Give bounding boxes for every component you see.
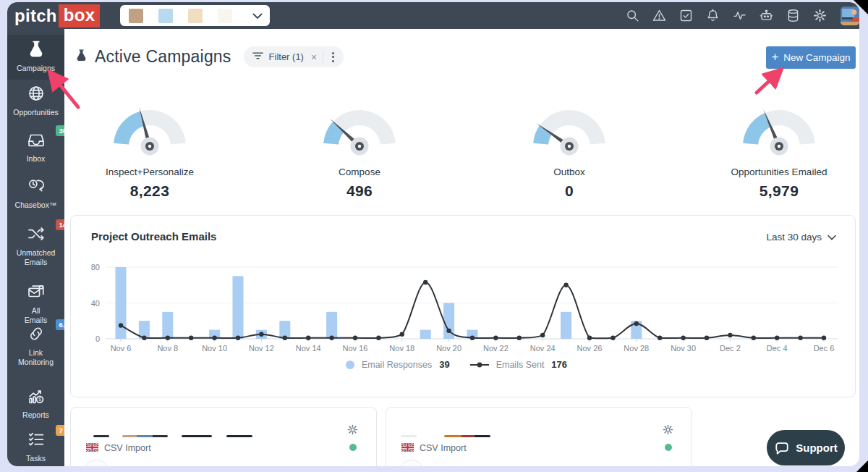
svg-text:0: 0 <box>95 334 100 343</box>
legend-label: Email Responses <box>362 360 432 370</box>
redacted-text <box>182 435 212 437</box>
sidebar-item-campaigns[interactable]: Campaigns <box>7 35 64 80</box>
logo-part-pitch: pitch <box>14 6 57 26</box>
outreach-chart-card: Project Outreach Emails Last 30 days 040… <box>70 215 856 397</box>
page-header: Active Campaigns Filter (1) × <box>75 46 344 67</box>
gauge-label: Opportunities Emailed <box>692 167 859 177</box>
gauge-inspect-personalize: Inspect+Personalize 8,223 <box>64 101 237 200</box>
chevron-down-icon <box>252 9 263 22</box>
automation-icon[interactable] <box>758 8 774 24</box>
gauge-value: 496 <box>273 182 446 200</box>
sidebar-item-label: LinkMonitoring <box>7 348 64 367</box>
screenshot-corner-artifact <box>856 460 868 472</box>
settings-icon[interactable] <box>812 8 827 24</box>
status-dot <box>665 444 672 451</box>
campaign-source-row: CSV Import <box>401 442 467 455</box>
notifications-icon[interactable] <box>705 8 720 24</box>
more-options-kebab-icon[interactable] <box>326 48 341 67</box>
gauge-compose: Compose 496 <box>273 101 446 200</box>
svg-text:40: 40 <box>91 299 100 308</box>
sidebar-item-label: Tasks <box>7 454 64 463</box>
support-label: Support <box>796 442 838 454</box>
sidebar-item-label: Campaigns <box>7 64 64 73</box>
sidebar-item-label: Inbox <box>7 154 64 164</box>
top-bar: pitch box <box>7 2 859 29</box>
redacted-text <box>93 435 109 437</box>
search-icon[interactable] <box>624 8 640 24</box>
data-icon[interactable] <box>785 8 801 24</box>
filter-icon <box>252 51 263 62</box>
approvals-icon[interactable] <box>678 8 694 24</box>
app-window: pitch box CampaignsOpportunities308Inbox… <box>7 2 859 466</box>
gauge-label: Compose <box>273 167 446 177</box>
reports-icon: $ <box>27 387 46 408</box>
gauge-opportunities-emailed: Opportunities Emailed 5,979 <box>692 101 859 200</box>
campaign-source-row: CSV Import <box>86 442 151 455</box>
activity-icon[interactable] <box>731 8 747 24</box>
sidebar-item-chasebox[interactable]: Chasebox™ <box>7 177 64 210</box>
campaign-card[interactable]: CSV Import <box>386 407 692 466</box>
status-dot <box>349 444 357 451</box>
topbar-icons <box>624 8 836 24</box>
sidebar-item-all-emails[interactable]: AllEmails <box>7 282 64 325</box>
card-settings-gear-icon[interactable] <box>662 423 674 439</box>
svg-text:Dec 4: Dec 4 <box>767 344 788 353</box>
card-settings-gear-icon[interactable] <box>346 423 359 439</box>
gauge-dial <box>312 101 407 158</box>
filter-pill[interactable]: Filter (1) × <box>244 46 344 67</box>
tasks-icon: 7 <box>27 430 46 452</box>
sidebar-item-reports[interactable]: $Reports <box>7 387 64 420</box>
sidebar-item-label: Chasebox™ <box>7 201 64 210</box>
sidebar-item-tasks[interactable]: 7Tasks <box>7 430 64 463</box>
svg-text:Nov 16: Nov 16 <box>343 344 368 353</box>
svg-text:Nov 18: Nov 18 <box>389 344 414 353</box>
uk-flag-icon <box>401 442 414 455</box>
svg-text:Dec 6: Dec 6 <box>814 344 835 353</box>
sidebar-item-label: UnmatchedEmails <box>7 248 64 267</box>
new-campaign-button[interactable]: + New Campaign <box>766 46 856 69</box>
redacted-text <box>444 435 490 437</box>
workspace-color-select[interactable] <box>120 5 270 26</box>
date-range-select[interactable]: Last 30 days <box>766 232 836 243</box>
support-button[interactable]: Support <box>767 430 845 465</box>
filter-clear-icon[interactable]: × <box>311 51 317 63</box>
svg-text:Nov 26: Nov 26 <box>577 344 603 353</box>
gauge-label: Outbox <box>482 167 656 177</box>
gauge-value: 8,223 <box>64 182 237 200</box>
legend-value: 176 <box>551 359 567 370</box>
svg-text:Dec 2: Dec 2 <box>720 344 741 353</box>
legend-label: Emails Sent <box>496 360 545 370</box>
uk-flag-icon <box>86 442 98 455</box>
redacted-text <box>122 435 168 437</box>
sidebar-item-opportunities[interactable]: Opportunities <box>7 84 64 117</box>
redacted-text <box>226 435 252 437</box>
inbox-icon: 308 <box>27 130 46 152</box>
alerts-icon[interactable] <box>651 8 667 24</box>
globe-icon <box>27 84 46 106</box>
chart-title: Project Outreach Emails <box>91 230 216 243</box>
sidebar-item-inbox[interactable]: 308Inbox <box>7 130 64 164</box>
sidebar-item-link-monitoring[interactable]: 6.9KLinkMonitoring <box>7 324 64 367</box>
email-responses-legend-icon <box>346 361 354 369</box>
redacted-text <box>401 435 417 437</box>
gauge-dial <box>103 101 197 158</box>
svg-text:80: 80 <box>91 263 100 271</box>
svg-text:Nov 14: Nov 14 <box>296 344 321 353</box>
legend-value: 39 <box>439 359 449 370</box>
link-icon: 6.9K <box>27 324 46 346</box>
color-swatch <box>158 9 173 23</box>
sidebar-item-unmatched-emails[interactable]: 144UnmatchedEmails <box>7 224 64 267</box>
svg-text:Nov 10: Nov 10 <box>202 344 227 353</box>
pitchbox-logo[interactable]: pitch box <box>14 4 100 28</box>
campaign-card[interactable]: CSV Import <box>70 407 377 466</box>
color-swatch <box>129 9 143 23</box>
gauge-value: 0 <box>482 182 656 200</box>
filter-label: Filter (1) <box>269 51 304 62</box>
divider <box>323 51 323 63</box>
gauge-dial <box>732 101 826 158</box>
chat-bubble-icon <box>774 441 790 455</box>
svg-text:Nov 20: Nov 20 <box>436 344 461 353</box>
emails-icon <box>27 282 46 304</box>
color-swatch <box>218 9 232 23</box>
campaign-source-label: CSV Import <box>420 443 467 453</box>
